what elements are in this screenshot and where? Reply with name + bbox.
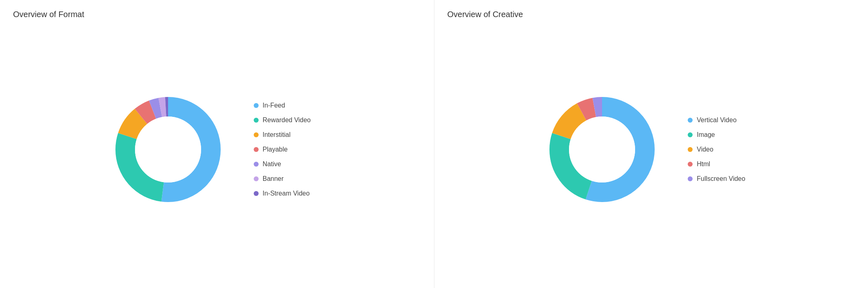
format-legend-dot-0 xyxy=(254,103,259,108)
format-legend: In-Feed Rewarded Video Interstitial Play… xyxy=(254,102,327,197)
format-legend-label-5: Banner xyxy=(263,175,284,182)
format-donut xyxy=(107,88,229,211)
format-legend-label-0: In-Feed xyxy=(263,102,285,109)
format-legend-label-3: Playable xyxy=(263,146,288,153)
creative-legend-item-3: Html xyxy=(688,160,761,168)
creative-legend-label-3: Html xyxy=(697,160,710,168)
creative-legend-label-4: Fullscreen Video xyxy=(697,175,745,182)
creative-donut-svg xyxy=(541,88,663,211)
creative-legend-label-2: Video xyxy=(697,146,713,153)
format-legend-item-1: Rewarded Video xyxy=(254,117,327,124)
creative-legend-item-4: Fullscreen Video xyxy=(688,175,761,182)
format-panel: Overview of Format xyxy=(0,0,434,288)
format-legend-dot-1 xyxy=(254,118,259,123)
format-chart-container: In-Feed Rewarded Video Interstitial Play… xyxy=(13,27,421,271)
format-legend-item-0: In-Feed xyxy=(254,102,327,109)
format-legend-label-4: Native xyxy=(263,160,281,168)
dashboard: Overview of Format xyxy=(0,0,868,288)
format-legend-dot-5 xyxy=(254,176,259,181)
creative-panel: Overview of Creative xyxy=(434,0,868,288)
creative-legend-dot-1 xyxy=(688,132,693,137)
creative-donut xyxy=(541,88,663,211)
format-legend-item-4: Native xyxy=(254,160,327,168)
creative-legend-dot-4 xyxy=(688,176,693,181)
creative-legend-item-1: Image xyxy=(688,131,761,139)
format-panel-title: Overview of Format xyxy=(13,10,421,19)
format-legend-item-3: Playable xyxy=(254,146,327,153)
format-legend-item-6: In-Stream Video xyxy=(254,190,327,197)
format-donut-svg xyxy=(107,88,229,211)
creative-legend-dot-0 xyxy=(688,118,693,123)
creative-legend-item-0: Vertical Video xyxy=(688,117,761,124)
creative-legend: Vertical Video Image Video Html Fullscre… xyxy=(688,117,761,182)
format-legend-dot-6 xyxy=(254,191,259,196)
format-legend-dot-2 xyxy=(254,132,259,137)
creative-legend-label-1: Image xyxy=(697,131,715,139)
creative-panel-title: Overview of Creative xyxy=(447,10,855,19)
format-legend-dot-4 xyxy=(254,162,259,167)
creative-legend-item-2: Video xyxy=(688,146,761,153)
format-legend-label-6: In-Stream Video xyxy=(263,190,310,197)
creative-legend-dot-2 xyxy=(688,147,693,152)
creative-chart-container: Vertical Video Image Video Html Fullscre… xyxy=(447,27,855,271)
format-legend-dot-3 xyxy=(254,147,259,152)
format-legend-item-5: Banner xyxy=(254,175,327,182)
format-donut-center xyxy=(135,117,201,182)
creative-legend-label-0: Vertical Video xyxy=(697,117,737,124)
format-legend-label-2: Interstitial xyxy=(263,131,290,139)
creative-legend-dot-3 xyxy=(688,162,693,167)
format-legend-item-2: Interstitial xyxy=(254,131,327,139)
format-legend-label-1: Rewarded Video xyxy=(263,117,311,124)
creative-donut-center xyxy=(569,117,635,182)
